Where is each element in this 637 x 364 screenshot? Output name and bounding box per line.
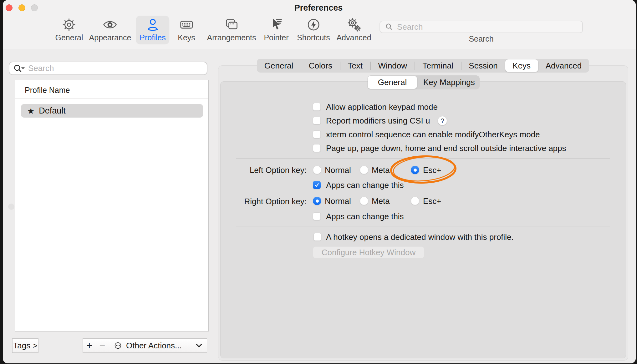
- profile-search-field[interactable]: [9, 62, 207, 75]
- toolbar-item-label: Keys: [178, 33, 195, 42]
- radio-left-option-normal[interactable]: [313, 166, 321, 174]
- star-icon: ★: [27, 106, 34, 116]
- toolbar-item-label: General: [55, 33, 83, 42]
- toolbar-item-appearance[interactable]: Appearance: [85, 16, 135, 44]
- checkbox-label: Allow application keypad mode: [326, 102, 438, 112]
- toolbar-item-advanced[interactable]: Advanced: [333, 16, 375, 44]
- tags-button-label: Tags >: [13, 341, 37, 351]
- other-actions-dropdown[interactable]: Other Actions...: [109, 338, 207, 353]
- profile-list: Profile Name ★ Default: [15, 80, 209, 331]
- toolbar-item-label: Advanced: [336, 33, 371, 42]
- gear-icon: [62, 17, 77, 32]
- checkbox-hotkey-window[interactable]: [313, 233, 321, 241]
- toolbar: Preferences General Appearance: [3, 0, 636, 49]
- keyboard-icon: [179, 17, 194, 32]
- radio-label: Esc+: [423, 196, 441, 206]
- radio-label: Normal: [325, 165, 351, 175]
- checkbox-scroll-outside-apps[interactable]: [313, 144, 321, 152]
- toolbar-search-caption: Search: [380, 34, 583, 43]
- chevron-down-icon: [196, 343, 202, 348]
- keys-subtabs: General Key Mappings: [368, 75, 480, 89]
- checkbox-label: Page up, page down, home and end scroll …: [326, 143, 566, 153]
- subtab-general[interactable]: General: [368, 76, 417, 89]
- tab-general[interactable]: General: [257, 59, 301, 73]
- other-actions-label: Other Actions...: [126, 341, 182, 351]
- tab-session[interactable]: Session: [461, 59, 505, 73]
- checkbox-modify-other-keys[interactable]: [313, 130, 321, 138]
- profile-tabs: General Colors Text Window Terminal Sess…: [257, 59, 589, 73]
- radio-right-option-esc[interactable]: [411, 197, 419, 205]
- tags-button[interactable]: Tags >: [12, 338, 38, 353]
- toolbar-item-label: Profiles: [140, 33, 166, 42]
- question-mark-icon: ?: [441, 117, 444, 124]
- checkbox-left-apps-can-change[interactable]: [313, 181, 321, 189]
- radio-label: Meta: [372, 165, 390, 175]
- checkbox-label: Apps can change this: [326, 180, 404, 190]
- toolbar-item-keys[interactable]: Keys: [174, 16, 199, 44]
- tab-window[interactable]: Window: [371, 59, 415, 73]
- profile-name: Default: [39, 106, 66, 116]
- remove-profile-button[interactable]: −: [96, 338, 109, 353]
- help-button[interactable]: ?: [438, 116, 447, 125]
- toolbar-item-label: Pointer: [264, 33, 288, 42]
- left-option-key-label: Left Option key:: [206, 165, 307, 175]
- checkbox-csi-u[interactable]: [313, 117, 321, 124]
- configure-hotkey-window-label: Configure Hotkey Window: [322, 248, 416, 257]
- checkbox-right-apps-can-change[interactable]: [313, 212, 321, 220]
- eye-icon: [103, 17, 118, 32]
- radio-label: Meta: [372, 196, 390, 206]
- tab-keys[interactable]: Keys: [505, 59, 538, 72]
- add-profile-button[interactable]: +: [83, 338, 96, 353]
- radio-right-option-meta[interactable]: [360, 197, 368, 205]
- checkmark-icon: [314, 182, 319, 188]
- tab-text[interactable]: Text: [340, 59, 370, 73]
- toolbar-item-label: Shortcuts: [297, 33, 330, 42]
- tab-colors[interactable]: Colors: [301, 59, 340, 73]
- person-icon: [145, 17, 160, 32]
- toolbar-item-arrangements[interactable]: Arrangements: [203, 16, 260, 44]
- radio-left-option-meta[interactable]: [360, 166, 368, 174]
- checkbox-label: A hotkey opens a dedicated window with t…: [326, 232, 514, 242]
- toolbar-search-input[interactable]: [396, 22, 582, 32]
- checkbox-label: Report modifiers using CSI u: [326, 116, 430, 126]
- toolbar-item-pointer[interactable]: Pointer: [260, 16, 292, 44]
- ellipsis-circle-icon: [113, 341, 123, 351]
- profile-row-default[interactable]: ★ Default: [21, 104, 203, 118]
- toolbar-item-shortcuts[interactable]: Shortcuts: [293, 16, 334, 44]
- search-icon: [385, 22, 394, 32]
- profile-search-input[interactable]: [28, 63, 207, 73]
- right-option-key-label: Right Option key:: [200, 196, 307, 206]
- divider: [236, 226, 610, 226]
- tab-terminal[interactable]: Terminal: [415, 59, 461, 73]
- divider: [15, 98, 208, 99]
- radio-right-option-normal[interactable]: [313, 197, 321, 205]
- plus-icon: +: [86, 340, 92, 351]
- checkbox-label: Apps can change this: [326, 211, 404, 221]
- preferences-window: Preferences General Appearance: [3, 0, 636, 363]
- toolbar-item-label: Arrangements: [207, 33, 256, 42]
- minus-icon: −: [99, 340, 105, 351]
- radio-label: Normal: [325, 196, 351, 206]
- search-filter-icon: [13, 63, 26, 73]
- toolbar-item-profiles[interactable]: Profiles: [136, 16, 169, 44]
- tab-advanced[interactable]: Advanced: [538, 59, 589, 73]
- configure-hotkey-window-button: Configure Hotkey Window: [313, 246, 424, 258]
- window-title: Preferences: [3, 3, 636, 13]
- windows-icon: [224, 17, 239, 32]
- pointer-icon: [269, 17, 284, 32]
- profile-list-header: Profile Name: [25, 86, 70, 95]
- sidebar-drag-dot: [8, 204, 14, 210]
- checkbox-label: xterm control sequence can enable modify…: [326, 129, 540, 139]
- checkbox-keypad-mode[interactable]: [313, 103, 321, 111]
- gears-icon: [346, 17, 361, 32]
- toolbar-item-label: Appearance: [89, 33, 131, 42]
- subtab-key-mappings[interactable]: Key Mappings: [417, 75, 481, 89]
- bolt-icon: [306, 17, 321, 32]
- toolbar-search-field[interactable]: [380, 21, 583, 33]
- toolbar-item-general[interactable]: General: [52, 16, 87, 44]
